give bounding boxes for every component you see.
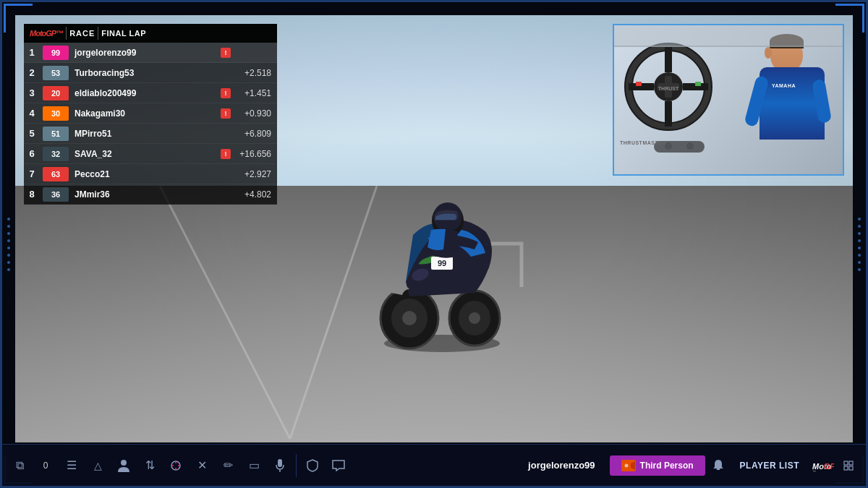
svg-rect-24 — [695, 82, 701, 86]
rider-number-badge: 36 — [43, 187, 69, 202]
time-gap: +2.927 — [234, 169, 277, 179]
svg-rect-45 — [849, 461, 853, 465]
webcam-overlay: THRUST — [613, 24, 844, 176]
zero-badge: 0 — [34, 454, 57, 477]
bottom-toolbar: ⧉ 0 ☰ △ ⇅ ✕ ✏ ▭ — [2, 444, 866, 486]
rider-number-badge: 30 — [43, 106, 69, 121]
steering-wheel-area: THRUST — [621, 40, 708, 127]
svg-rect-35 — [278, 459, 282, 467]
monitor-icon-btn[interactable]: ▭ — [242, 454, 265, 477]
rider-name: MPirro51 — [72, 129, 234, 139]
position-number: 7 — [24, 168, 40, 179]
shield-icon-btn[interactable] — [301, 454, 324, 477]
copy-icon-btn[interactable]: ⧉ — [8, 454, 31, 477]
position-number: 3 — [24, 87, 40, 98]
final-lap-label: FINAL LAP — [101, 29, 146, 38]
position-number: 8 — [24, 189, 40, 200]
svg-marker-38 — [631, 461, 635, 470]
svg-text:™: ™ — [812, 469, 816, 474]
mic-icon-btn[interactable] — [268, 454, 292, 477]
leaderboard: MotoGP™ RACE FINAL LAP 1 99 jorgelorenzo… — [24, 24, 277, 205]
warning-icon: ! — [221, 108, 231, 119]
list-icon-btn[interactable]: ☰ — [60, 454, 83, 477]
leaderboard-row: 6 32 SAVA_32 ! +16.656 — [24, 144, 277, 164]
arrows-icon-btn[interactable]: ⇅ — [138, 454, 161, 477]
leaderboard-row: 2 53 Turboracing53 +2.518 — [24, 63, 277, 83]
rider-name: Turboracing53 — [72, 68, 234, 78]
rider-name: SAVA_32 — [72, 149, 221, 159]
position-number: 6 — [24, 148, 40, 159]
position-number: 4 — [24, 108, 40, 119]
x-icon-btn[interactable]: ✕ — [190, 454, 213, 477]
rider-number-badge: 51 — [43, 127, 69, 141]
rider-name: JMmir36 — [72, 189, 234, 200]
rider-number-badge: 32 — [43, 147, 69, 161]
svg-point-8 — [469, 312, 480, 324]
toolbar-sep1 — [296, 454, 297, 477]
time-gap: +1.451 — [234, 88, 277, 98]
rider-name: eldiablo200499 — [72, 88, 221, 98]
svg-rect-46 — [844, 466, 848, 470]
motogp-logo-bottom: Moto GP ™ — [811, 458, 834, 474]
leaderboard-row: 8 36 JMmir36 +4.802 — [24, 184, 277, 205]
svg-rect-47 — [849, 466, 853, 470]
leaderboard-header: MotoGP™ RACE FINAL LAP — [24, 24, 277, 43]
time-gap: +4.802 — [234, 189, 277, 200]
player-name-display: jorgelorenzo99 — [516, 460, 606, 471]
bell-icon-btn[interactable] — [708, 455, 728, 476]
player-list-btn[interactable]: PLAYER LIST — [731, 461, 808, 471]
leaderboard-rows: 1 99 jorgelorenzo99 ! 2 53 Turboracing53… — [24, 43, 277, 205]
game-viewport: 99 — [15, 15, 853, 442]
svg-text:GP: GP — [824, 462, 834, 471]
extra-right-icon[interactable] — [837, 454, 860, 477]
yamaha-logo-shirt: YAMAHA — [772, 83, 796, 88]
crosshair-icon-btn[interactable] — [164, 454, 187, 477]
controller — [650, 135, 708, 160]
leaderboard-row: 3 20 eldiablo200499 ! +1.451 — [24, 83, 277, 103]
rider-number-badge: 53 — [43, 66, 69, 80]
root: 99 — [0, 0, 868, 488]
leaderboard-row: 5 51 MPirro51 +6.809 — [24, 124, 277, 144]
time-gap: +0.930 — [234, 108, 277, 119]
leaderboard-row: 4 30 Nakagami30 ! +0.930 — [24, 103, 277, 124]
svg-text:99: 99 — [438, 259, 446, 267]
triangle-icon-btn[interactable]: △ — [86, 454, 109, 477]
thrustmaster-label: THRUSTMASTER — [620, 140, 666, 145]
rider-number-badge: 63 — [43, 167, 69, 181]
person-icon-btn[interactable] — [112, 454, 135, 477]
rider-name: Pecco21 — [72, 169, 234, 179]
person-figure: YAMAHA — [712, 25, 843, 174]
right-circuit-deco — [856, 60, 863, 428]
outer-frame: 99 — [0, 0, 868, 488]
time-gap: +6.809 — [234, 129, 277, 139]
time-gap: +16.656 — [234, 149, 277, 159]
svg-point-29 — [121, 460, 127, 466]
camera-mode-icon — [621, 460, 636, 471]
svg-rect-44 — [844, 461, 848, 465]
svg-point-5 — [402, 311, 417, 325]
rider-number-badge: 20 — [43, 86, 69, 100]
steering-wheel-svg: THRUST — [621, 40, 715, 134]
svg-point-28 — [686, 142, 694, 150]
position-number: 2 — [24, 67, 40, 78]
svg-point-39 — [624, 463, 628, 467]
warning-icon: ! — [221, 88, 231, 98]
rider-number-badge: 99 — [43, 46, 69, 60]
left-circuit-deco — [5, 60, 12, 428]
warning-icon: ! — [221, 48, 231, 58]
person-ear — [765, 47, 772, 59]
position-number: 5 — [24, 128, 40, 139]
position-number: 1 — [24, 47, 40, 58]
pencil-icon-btn[interactable]: ✏ — [216, 454, 239, 477]
chat-icon-btn[interactable] — [327, 454, 350, 477]
motogp-logo-header: MotoGP™ — [30, 29, 63, 38]
time-gap: +2.518 — [234, 68, 277, 78]
svg-rect-23 — [636, 82, 642, 86]
leaderboard-row: 7 63 Pecco21 +2.927 — [24, 164, 277, 184]
warning-icon: ! — [221, 149, 231, 159]
camera-mode-label: Third Person — [640, 461, 694, 471]
camera-mode-button[interactable]: Third Person — [610, 455, 705, 476]
header-divider — [66, 27, 67, 40]
leaderboard-row: 1 99 jorgelorenzo99 ! — [24, 43, 277, 63]
rider-name: jorgelorenzo99 — [72, 48, 221, 58]
